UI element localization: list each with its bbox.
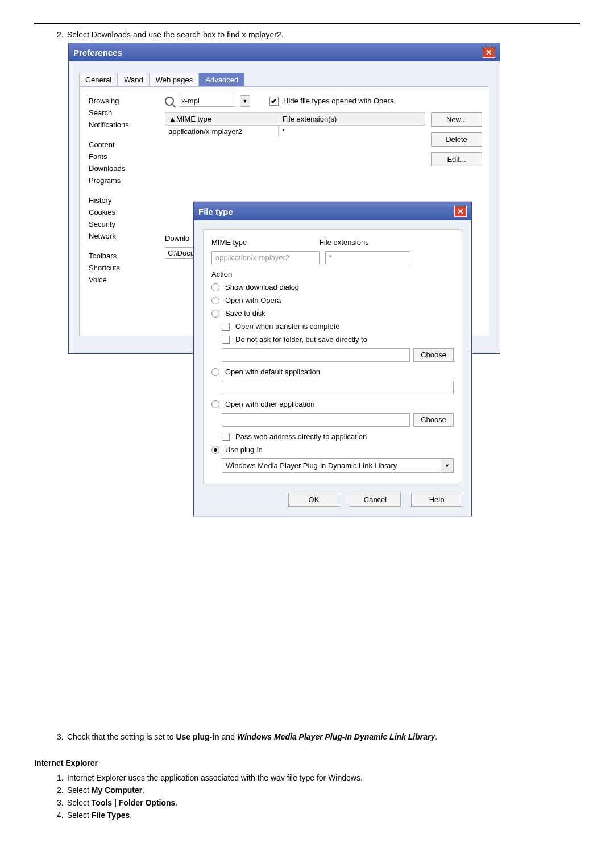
sidebar-item-toolbars[interactable]: Toolbars (86, 250, 160, 262)
hide-checkbox[interactable]: ✔ (269, 97, 279, 106)
sidebar-item-search[interactable]: Search (86, 107, 160, 119)
sidebar-item-shortcuts[interactable]: Shortcuts (86, 262, 160, 274)
edit-button[interactable]: Edit... (431, 152, 482, 166)
checkbox-pass-address[interactable] (222, 433, 230, 441)
save-folder-input[interactable] (222, 348, 410, 362)
radio-save-disk[interactable] (211, 310, 219, 318)
mime-type-label: MIME type (211, 238, 314, 247)
plugin-select[interactable]: Windows Media Player Plug-in Dynamic Lin… (222, 458, 454, 473)
search-icon (165, 97, 174, 106)
step-3: 3.Check that the setting is set to Use p… (57, 732, 580, 741)
tab-wand[interactable]: Wand (118, 73, 149, 86)
chevron-down-icon[interactable]: ▼ (240, 95, 250, 107)
delete-button[interactable]: Delete (431, 132, 482, 147)
mime-type-input[interactable] (211, 251, 320, 264)
sidebar-item-history[interactable]: History (86, 194, 160, 206)
preferences-titlebar: Preferences ✕ (69, 43, 500, 61)
ie-step-3: 3.Select Tools | Folder Options. (57, 798, 580, 807)
sidebar-item-security[interactable]: Security (86, 218, 160, 230)
ok-button[interactable]: OK (288, 493, 339, 507)
checkbox-open-complete[interactable] (222, 323, 230, 331)
file-extensions-label: File extensions (320, 238, 369, 247)
sidebar-item-network[interactable]: Network (86, 230, 160, 242)
filetype-title: File type (198, 207, 233, 216)
cancel-button[interactable]: Cancel (350, 493, 401, 507)
mime-table-header: ▲MIME type File extension(s) (165, 112, 425, 126)
sidebar-item-browsing[interactable]: Browsing (86, 95, 160, 107)
filetype-dialog: File type ✕ MIME type File extensions Ac… (193, 202, 472, 516)
chevron-down-icon[interactable]: ▼ (441, 459, 453, 472)
download-folder-input[interactable]: C:\Docu (165, 247, 197, 259)
hide-label: Hide file types opened with Opera (283, 97, 394, 105)
close-icon[interactable]: ✕ (454, 206, 467, 217)
filetype-titlebar: File type ✕ (194, 202, 471, 220)
radio-open-opera[interactable] (211, 297, 219, 304)
choose-folder-button[interactable]: Choose (413, 348, 454, 362)
sidebar-item-programs[interactable]: Programs (86, 174, 160, 186)
search-input[interactable] (179, 95, 235, 107)
ie-step-4: 4.Select File Types. (57, 811, 580, 820)
step-2: 2.Select Downloads and use the search bo… (57, 30, 580, 39)
help-button[interactable]: Help (411, 493, 462, 507)
ie-heading: Internet Explorer (34, 758, 580, 767)
choose-app-button[interactable]: Choose (413, 413, 454, 427)
new-button[interactable]: New... (431, 112, 482, 127)
sidebar-item-notifications[interactable]: Notifications (86, 119, 160, 131)
radio-use-plugin[interactable] (211, 446, 219, 454)
ie-step-2: 2.Select My Computer. (57, 786, 580, 795)
sidebar-item-cookies[interactable]: Cookies (86, 206, 160, 218)
radio-show-download[interactable] (211, 283, 219, 291)
close-icon[interactable]: ✕ (483, 47, 495, 58)
tab-advanced[interactable]: Advanced (199, 73, 244, 86)
sidebar-item-fonts[interactable]: Fonts (86, 151, 160, 162)
action-label: Action (211, 270, 454, 278)
sidebar-item-voice[interactable]: Voice (86, 274, 160, 286)
preferences-title: Preferences (73, 48, 122, 57)
tab-webpages[interactable]: Web pages (150, 73, 200, 86)
mime-table-row[interactable]: application/x-mplayer2 * (165, 126, 425, 137)
checkbox-no-ask-folder[interactable] (222, 336, 230, 344)
default-app-input[interactable] (222, 381, 454, 394)
sidebar-item-content[interactable]: Content (86, 139, 160, 151)
file-extensions-input[interactable] (325, 251, 410, 264)
advanced-sidebar: Browsing Search Notifications Content Fo… (86, 95, 160, 324)
radio-other-app[interactable] (211, 400, 219, 408)
radio-default-app[interactable] (211, 368, 219, 376)
ie-step-1: 1.Internet Explorer uses the application… (57, 773, 580, 782)
other-app-input[interactable] (222, 413, 410, 427)
sidebar-item-downloads[interactable]: Downloads (86, 162, 160, 174)
tab-general[interactable]: General (79, 73, 118, 86)
